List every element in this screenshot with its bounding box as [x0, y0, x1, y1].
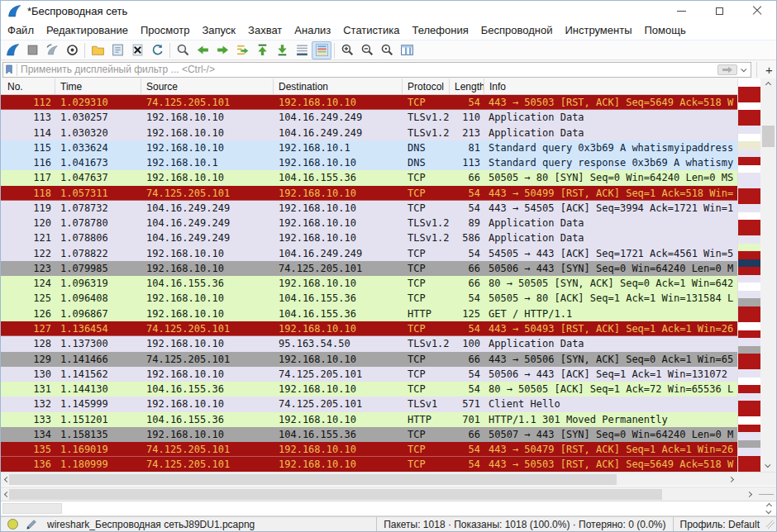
packet-row-132[interactable]: 1321.145999192.168.10.1074.125.205.101TL…	[1, 397, 737, 411]
packet-row-127[interactable]: 1271.13645474.125.205.101192.168.10.10TC…	[1, 321, 737, 336]
packet-row-116[interactable]: 1161.041673192.168.10.1192.168.10.10DNS1…	[1, 155, 737, 170]
menu-item-2[interactable]: Редактирование	[46, 24, 128, 36]
scroll-right-button[interactable]	[725, 473, 736, 486]
vertical-scroll-thumb[interactable]	[762, 126, 775, 147]
find-packet-button[interactable]	[173, 41, 193, 59]
packet-row-128[interactable]: 1281.137300192.168.10.1095.163.54.50TLSv…	[1, 336, 737, 351]
column-header-time[interactable]: Time	[55, 78, 141, 94]
packet-row-120[interactable]: 1201.078780104.16.249.249192.168.10.10TL…	[1, 216, 737, 230]
column-header-info[interactable]: Info	[484, 78, 737, 94]
apply-filter-button[interactable]	[717, 64, 737, 75]
packet-row-136[interactable]: 1361.18099974.125.205.101192.168.10.10TC…	[1, 457, 737, 472]
packet-row-112[interactable]: 1121.02931074.125.205.101192.168.10.10TC…	[1, 95, 737, 110]
add-filter-button[interactable]: +	[756, 62, 775, 78]
maximize-button[interactable]	[700, 1, 738, 21]
zoom-out-button[interactable]	[357, 41, 377, 59]
column-header-length[interactable]: Length	[450, 78, 484, 94]
menu-item-6[interactable]: Анализ	[294, 24, 331, 36]
open-file-button[interactable]	[88, 41, 107, 59]
menu-item-1[interactable]: Файл	[7, 24, 34, 36]
packet-row-119[interactable]: 1191.078732104.16.249.249192.168.10.10TC…	[1, 201, 737, 216]
zoom-in-button[interactable]	[337, 41, 357, 59]
hscroll-thumb[interactable]	[9, 474, 617, 485]
packet-row-125[interactable]: 1251.096408192.168.10.10104.16.155.36TCP…	[1, 291, 737, 306]
stop-capture-button[interactable]	[22, 41, 42, 59]
menu-item-3[interactable]: Просмотр	[141, 24, 189, 36]
packet-row-115[interactable]: 1151.033624192.168.10.10192.168.10.1DNS8…	[1, 140, 737, 155]
menu-item-9[interactable]: Беспроводной	[481, 24, 553, 36]
cell-destination: 192.168.10.10	[274, 276, 403, 291]
menu-item-7[interactable]: Статистика	[343, 24, 399, 36]
packet-minimap[interactable]	[737, 78, 760, 472]
resize-columns-button[interactable]	[397, 41, 417, 59]
colorize-packets-button[interactable]	[312, 41, 331, 59]
packet-row-117[interactable]: 1171.047637192.168.10.10104.16.155.36TCP…	[1, 170, 737, 185]
packet-row-133[interactable]: 1331.151201104.16.155.36192.168.10.10HTT…	[1, 412, 737, 427]
profile-label[interactable]: Профиль: Default	[673, 517, 767, 531]
packet-row-122[interactable]: 1221.078822192.168.10.10104.16.249.249TC…	[1, 246, 737, 261]
capture-comment-icon[interactable]	[26, 519, 37, 530]
chevron-down-icon	[765, 508, 771, 514]
cell-destination: 104.16.249.249	[274, 110, 403, 125]
menu-item-10[interactable]: Инструменты	[565, 24, 632, 36]
menu-item-4[interactable]: Запуск	[202, 24, 236, 36]
packet-row-134[interactable]: 1341.158135192.168.10.10104.16.155.36TCP…	[1, 427, 737, 442]
go-forward-button[interactable]	[212, 41, 232, 59]
auto-scroll-button[interactable]	[292, 41, 312, 59]
filter-dropdown-button[interactable]	[739, 64, 749, 76]
vertical-scroll-track[interactable]	[760, 91, 776, 459]
tiny-vertical-scrollbar[interactable]	[764, 502, 774, 515]
minimize-button[interactable]	[662, 1, 700, 21]
packet-row-131[interactable]: 1311.144130104.16.155.36192.168.10.10TCP…	[1, 382, 737, 397]
minimap-stripe	[738, 448, 760, 456]
go-first-packet-button[interactable]	[252, 41, 272, 59]
splitter-handle[interactable]	[759, 494, 774, 495]
capture-options-button[interactable]	[62, 41, 82, 59]
packet-row-113[interactable]: 1131.030257192.168.10.10104.16.249.249TL…	[1, 110, 737, 125]
restart-capture-button[interactable]	[42, 41, 62, 59]
save-file-button[interactable]	[107, 41, 127, 59]
menu-item-11[interactable]: Помощь	[645, 24, 686, 36]
status-bar: wireshark_Беспроводная сетьJ89DU1.pcapng…	[1, 516, 776, 531]
packet-row-130[interactable]: 1301.141562192.168.10.1074.125.205.101TC…	[1, 367, 737, 382]
start-capture-button[interactable]	[2, 41, 22, 59]
column-header-destination[interactable]: Destination	[274, 78, 403, 94]
packet-row-114[interactable]: 1141.030320192.168.10.10104.16.249.249TL…	[1, 126, 737, 140]
packet-row-126[interactable]: 1261.096867192.168.10.10104.16.155.36HTT…	[1, 306, 737, 321]
close-button[interactable]	[738, 1, 776, 21]
close-file-button[interactable]	[127, 41, 147, 59]
detail-pane-hscrollbar[interactable]	[1, 487, 776, 501]
packet-row-123[interactable]: 1231.079985192.168.10.1074.125.205.101TC…	[1, 261, 737, 276]
scroll-right-button[interactable]	[743, 487, 755, 501]
cell-no: 130	[1, 367, 55, 382]
display-filter-field[interactable]	[2, 62, 751, 78]
reload-file-button[interactable]	[147, 41, 167, 59]
packet-row-124[interactable]: 1241.096319104.16.155.36192.168.10.10TCP…	[1, 276, 737, 291]
cell-protocol: HTTP	[403, 306, 450, 321]
scroll-down-button[interactable]	[760, 459, 776, 472]
packet-row-129[interactable]: 1291.14146674.125.205.101192.168.10.10TC…	[1, 352, 737, 367]
column-header-source[interactable]: Source	[141, 78, 274, 94]
resize-grip[interactable]	[766, 520, 775, 529]
go-to-packet-button[interactable]	[232, 41, 252, 59]
expert-info-icon[interactable]	[7, 519, 18, 530]
go-last-packet-button[interactable]	[272, 41, 292, 59]
hscroll-thumb[interactable]	[9, 489, 662, 500]
column-header-no[interactable]: No.	[1, 78, 55, 94]
packet-row-135[interactable]: 1351.16901974.125.205.101192.168.10.10TC…	[1, 442, 737, 457]
scroll-up-button[interactable]	[760, 78, 776, 91]
minimap-stripe	[738, 432, 760, 440]
packet-row-118[interactable]: 1181.05731174.125.205.101192.168.10.10TC…	[1, 186, 737, 201]
vertical-scrollbar[interactable]	[760, 78, 776, 472]
packet-list-hscrollbar[interactable]	[1, 472, 776, 486]
minimap-stripe	[738, 118, 760, 126]
bookmark-icon[interactable]	[5, 64, 17, 76]
cell-no: 120	[1, 216, 55, 230]
packet-row-121[interactable]: 1211.078806104.16.249.249192.168.10.10TL…	[1, 230, 737, 245]
display-filter-input[interactable]	[21, 64, 717, 75]
go-back-button[interactable]	[193, 41, 212, 59]
menu-item-8[interactable]: Телефония	[412, 24, 468, 36]
menu-item-5[interactable]: Захват	[248, 24, 282, 36]
zoom-original-button[interactable]	[377, 41, 397, 59]
column-header-protocol[interactable]: Protocol	[403, 78, 450, 94]
